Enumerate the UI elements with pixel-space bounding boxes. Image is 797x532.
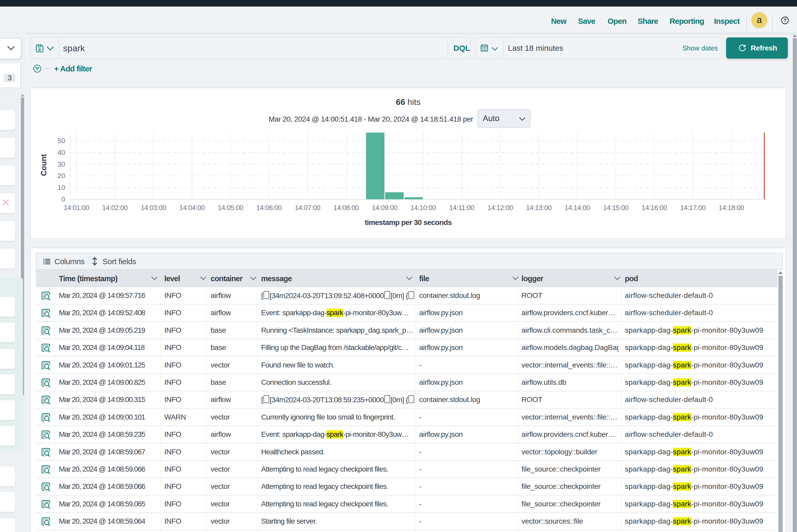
svg-text:14:18:00: 14:18:00 xyxy=(719,204,744,212)
svg-text:14:11:00: 14:11:00 xyxy=(449,204,474,212)
svg-text:0: 0 xyxy=(61,195,65,203)
svg-text:14:09:00: 14:09:00 xyxy=(372,204,397,212)
svg-text:20: 20 xyxy=(58,172,65,180)
svg-text:14:04:00: 14:04:00 xyxy=(179,204,205,212)
svg-text:30: 30 xyxy=(58,160,65,168)
svg-text:14:17:00: 14:17:00 xyxy=(680,204,705,212)
svg-text:14:07:00: 14:07:00 xyxy=(295,204,320,212)
svg-text:14:08:00: 14:08:00 xyxy=(333,204,359,212)
svg-text:14:01:00: 14:01:00 xyxy=(63,204,89,212)
svg-text:14:05:00: 14:05:00 xyxy=(218,204,243,212)
svg-text:14:14:00: 14:14:00 xyxy=(564,204,590,212)
svg-text:?: ? xyxy=(783,18,786,23)
svg-text:14:10:00: 14:10:00 xyxy=(410,204,436,212)
svg-text:14:12:00: 14:12:00 xyxy=(487,204,513,212)
svg-text:Count: Count xyxy=(39,154,48,176)
svg-text:timestamp per 30 seconds: timestamp per 30 seconds xyxy=(365,218,452,227)
svg-text:14:03:00: 14:03:00 xyxy=(141,204,166,212)
svg-text:14:06:00: 14:06:00 xyxy=(256,204,282,212)
svg-text:40: 40 xyxy=(58,149,65,156)
svg-text:14:02:00: 14:02:00 xyxy=(102,204,128,212)
svg-text:14:15:00: 14:15:00 xyxy=(603,204,629,212)
svg-text:14:16:00: 14:16:00 xyxy=(642,204,667,212)
svg-text:14:13:00: 14:13:00 xyxy=(526,204,551,212)
svg-text:50: 50 xyxy=(58,137,65,145)
svg-text:10: 10 xyxy=(58,184,65,191)
